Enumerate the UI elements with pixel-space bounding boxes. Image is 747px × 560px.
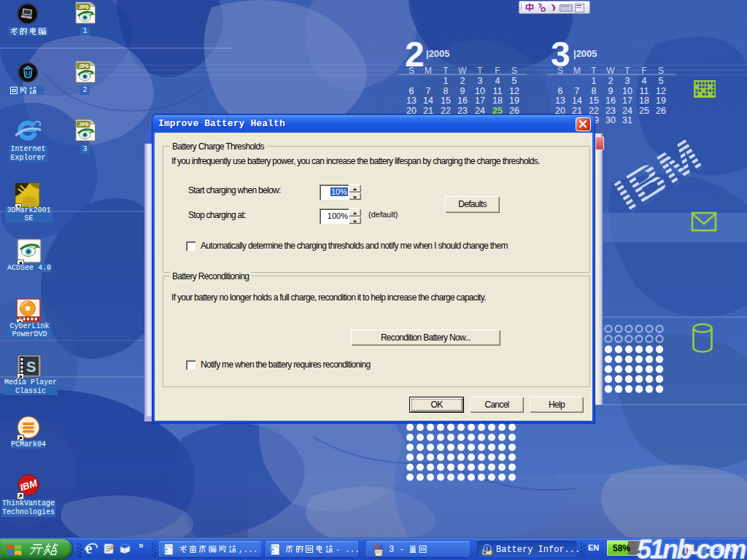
- svg-text:19: 19: [656, 96, 666, 106]
- svg-text:9: 9: [608, 86, 614, 96]
- svg-text:12: 12: [509, 86, 519, 96]
- svg-text:31: 31: [622, 115, 632, 125]
- svg-text:5: 5: [659, 76, 664, 86]
- svg-text:1: 1: [444, 76, 449, 86]
- svg-text:18: 18: [492, 96, 503, 106]
- svg-text:JPG: JPG: [79, 122, 89, 128]
- svg-text:6: 6: [409, 86, 414, 96]
- svg-text:T: T: [477, 66, 483, 76]
- svg-text:7: 7: [426, 86, 431, 96]
- svg-text:- ...: - ...: [336, 545, 358, 554]
- svg-text:10: 10: [475, 86, 485, 96]
- svg-text:17: 17: [622, 96, 632, 106]
- svg-text:S: S: [658, 66, 664, 76]
- svg-text:13: 13: [406, 96, 417, 106]
- svg-text:W: W: [458, 66, 467, 76]
- svg-text:3: 3: [625, 76, 630, 86]
- svg-text:17: 17: [475, 96, 485, 106]
- svg-text:T: T: [624, 66, 630, 76]
- svg-text:14: 14: [423, 96, 433, 106]
- svg-text:,...: ,...: [239, 545, 258, 554]
- svg-text:11: 11: [640, 86, 649, 96]
- svg-text:6: 6: [558, 86, 563, 96]
- svg-text:2: 2: [608, 76, 614, 86]
- svg-text:S: S: [557, 66, 563, 76]
- svg-text:4: 4: [495, 76, 500, 86]
- svg-text:5: 5: [512, 76, 517, 86]
- svg-text:15: 15: [441, 96, 451, 106]
- svg-text:F: F: [641, 66, 646, 76]
- svg-text:2: 2: [460, 76, 465, 86]
- svg-text:T: T: [443, 66, 449, 76]
- svg-text:23: 23: [605, 106, 616, 116]
- svg-text:!: !: [486, 545, 488, 553]
- svg-text:|2005: |2005: [573, 48, 597, 59]
- svg-text:10: 10: [622, 86, 632, 96]
- svg-text:e: e: [163, 544, 168, 555]
- svg-text:19: 19: [509, 96, 519, 106]
- svg-text:26: 26: [656, 106, 666, 116]
- svg-text:12: 12: [656, 86, 666, 96]
- svg-text:16: 16: [605, 96, 616, 106]
- svg-text:8: 8: [592, 86, 597, 96]
- svg-text:24: 24: [622, 106, 632, 116]
- svg-text:3: 3: [478, 76, 483, 86]
- svg-text:S: S: [511, 66, 517, 76]
- svg-text:|2005: |2005: [426, 48, 450, 59]
- svg-text:14: 14: [572, 96, 582, 106]
- svg-text:W: W: [606, 66, 615, 76]
- svg-text:M: M: [573, 66, 581, 76]
- svg-text:e: e: [270, 544, 274, 555]
- svg-text:18: 18: [639, 96, 649, 106]
- svg-text:JPG: JPG: [79, 63, 89, 69]
- svg-text:JPG: JPG: [79, 4, 89, 10]
- svg-text:30: 30: [605, 115, 616, 125]
- svg-text:1: 1: [592, 76, 597, 86]
- svg-text:13: 13: [555, 96, 565, 106]
- svg-text:S: S: [26, 359, 36, 375]
- svg-text:25: 25: [639, 106, 649, 116]
- svg-text:4: 4: [642, 76, 647, 86]
- svg-text:7: 7: [575, 86, 580, 96]
- svg-text:T: T: [591, 66, 597, 76]
- svg-text:F: F: [495, 66, 500, 76]
- svg-text:16: 16: [457, 96, 468, 106]
- svg-text:M: M: [425, 66, 432, 76]
- svg-text:3 -: 3 -: [389, 545, 405, 554]
- svg-text:9: 9: [460, 86, 465, 96]
- svg-text:8: 8: [444, 86, 449, 96]
- svg-text:11: 11: [493, 86, 503, 96]
- svg-text:15: 15: [589, 96, 599, 106]
- svg-text:S: S: [409, 66, 414, 76]
